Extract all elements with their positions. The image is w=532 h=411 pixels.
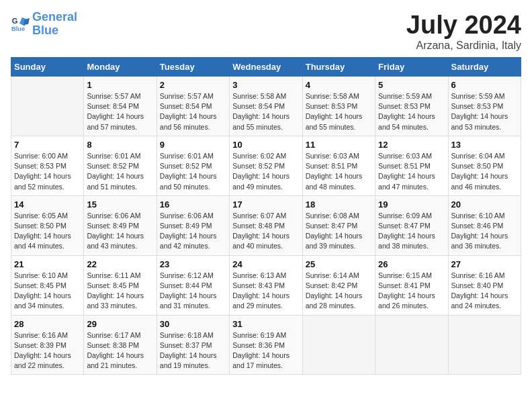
svg-text:Blue: Blue xyxy=(11,26,25,32)
day-info: Sunrise: 6:06 AM Sunset: 8:49 PM Dayligh… xyxy=(160,211,226,252)
day-number: 30 xyxy=(160,319,226,329)
calendar-cell xyxy=(375,315,448,375)
weekday-tuesday: Tuesday xyxy=(157,58,229,77)
calendar-cell: 21Sunrise: 6:10 AM Sunset: 8:45 PM Dayli… xyxy=(11,255,84,315)
weekday-wednesday: Wednesday xyxy=(230,58,302,77)
day-info: Sunrise: 5:57 AM Sunset: 8:54 PM Dayligh… xyxy=(87,91,153,132)
weekday-monday: Monday xyxy=(84,58,157,77)
day-number: 26 xyxy=(378,259,445,269)
day-number: 17 xyxy=(232,199,299,210)
calendar-cell: 10Sunrise: 6:02 AM Sunset: 8:52 PM Dayli… xyxy=(230,136,302,195)
week-row-1: 1Sunrise: 5:57 AM Sunset: 8:54 PM Daylig… xyxy=(11,77,521,136)
day-info: Sunrise: 6:08 AM Sunset: 8:47 PM Dayligh… xyxy=(306,211,372,252)
day-info: Sunrise: 5:59 AM Sunset: 8:53 PM Dayligh… xyxy=(451,91,518,132)
day-info: Sunrise: 6:18 AM Sunset: 8:37 PM Dayligh… xyxy=(160,330,226,371)
calendar-cell: 5Sunrise: 5:59 AM Sunset: 8:53 PM Daylig… xyxy=(375,77,448,136)
weekday-friday: Friday xyxy=(375,58,448,77)
day-number: 4 xyxy=(306,80,372,90)
calendar-cell: 31Sunrise: 6:19 AM Sunset: 8:36 PM Dayli… xyxy=(230,315,302,375)
calendar-cell: 26Sunrise: 6:15 AM Sunset: 8:41 PM Dayli… xyxy=(375,255,448,315)
day-number: 27 xyxy=(451,259,518,269)
calendar-cell: 25Sunrise: 6:14 AM Sunset: 8:42 PM Dayli… xyxy=(302,255,375,315)
day-number: 16 xyxy=(160,199,226,210)
calendar-cell: 20Sunrise: 6:10 AM Sunset: 8:46 PM Dayli… xyxy=(448,195,521,255)
day-info: Sunrise: 6:02 AM Sunset: 8:52 PM Dayligh… xyxy=(232,151,299,192)
calendar-cell: 1Sunrise: 5:57 AM Sunset: 8:54 PM Daylig… xyxy=(84,77,157,136)
day-number: 8 xyxy=(87,140,153,150)
day-number: 6 xyxy=(451,80,518,90)
day-number: 1 xyxy=(87,80,153,90)
week-row-4: 21Sunrise: 6:10 AM Sunset: 8:45 PM Dayli… xyxy=(11,255,521,315)
calendar-body: 1Sunrise: 5:57 AM Sunset: 8:54 PM Daylig… xyxy=(11,77,521,375)
day-info: Sunrise: 6:14 AM Sunset: 8:42 PM Dayligh… xyxy=(306,271,372,312)
day-number: 25 xyxy=(306,259,372,269)
day-info: Sunrise: 6:05 AM Sunset: 8:50 PM Dayligh… xyxy=(14,211,81,252)
header: G Blue General Blue July 2024 Arzana, Sa… xyxy=(11,11,521,52)
day-number: 18 xyxy=(306,199,372,210)
day-info: Sunrise: 6:16 AM Sunset: 8:39 PM Dayligh… xyxy=(14,330,81,371)
day-number: 11 xyxy=(306,140,372,150)
calendar-cell: 2Sunrise: 5:57 AM Sunset: 8:54 PM Daylig… xyxy=(157,77,229,136)
calendar-cell: 11Sunrise: 6:03 AM Sunset: 8:51 PM Dayli… xyxy=(302,136,375,195)
day-info: Sunrise: 6:13 AM Sunset: 8:43 PM Dayligh… xyxy=(232,271,299,312)
day-info: Sunrise: 6:19 AM Sunset: 8:36 PM Dayligh… xyxy=(232,330,299,371)
day-info: Sunrise: 6:16 AM Sunset: 8:40 PM Dayligh… xyxy=(451,271,518,312)
calendar-cell: 4Sunrise: 5:58 AM Sunset: 8:53 PM Daylig… xyxy=(302,77,375,136)
calendar-cell: 15Sunrise: 6:06 AM Sunset: 8:49 PM Dayli… xyxy=(84,195,157,255)
weekday-header-row: SundayMondayTuesdayWednesdayThursdayFrid… xyxy=(11,58,521,77)
day-number: 15 xyxy=(87,199,153,210)
day-info: Sunrise: 6:10 AM Sunset: 8:45 PM Dayligh… xyxy=(14,271,81,312)
calendar-cell: 23Sunrise: 6:12 AM Sunset: 8:44 PM Dayli… xyxy=(157,255,229,315)
calendar-cell: 9Sunrise: 6:01 AM Sunset: 8:52 PM Daylig… xyxy=(157,136,229,195)
calendar-table: SundayMondayTuesdayWednesdayThursdayFrid… xyxy=(11,57,521,375)
weekday-sunday: Sunday xyxy=(11,58,84,77)
day-number: 23 xyxy=(160,259,226,269)
calendar-cell: 19Sunrise: 6:09 AM Sunset: 8:47 PM Dayli… xyxy=(375,195,448,255)
day-info: Sunrise: 6:03 AM Sunset: 8:51 PM Dayligh… xyxy=(378,151,445,192)
logo-icon: G Blue xyxy=(11,15,30,34)
calendar-cell: 13Sunrise: 6:04 AM Sunset: 8:50 PM Dayli… xyxy=(448,136,521,195)
calendar-cell: 3Sunrise: 5:58 AM Sunset: 8:54 PM Daylig… xyxy=(230,77,302,136)
calendar-cell: 30Sunrise: 6:18 AM Sunset: 8:37 PM Dayli… xyxy=(157,315,229,375)
day-number: 14 xyxy=(14,199,81,210)
day-info: Sunrise: 6:04 AM Sunset: 8:50 PM Dayligh… xyxy=(451,151,518,192)
day-info: Sunrise: 6:01 AM Sunset: 8:52 PM Dayligh… xyxy=(160,151,226,192)
calendar-cell xyxy=(448,315,521,375)
calendar-cell xyxy=(302,315,375,375)
calendar-cell: 24Sunrise: 6:13 AM Sunset: 8:43 PM Dayli… xyxy=(230,255,302,315)
weekday-saturday: Saturday xyxy=(448,58,521,77)
day-number: 31 xyxy=(232,319,299,329)
day-info: Sunrise: 5:58 AM Sunset: 8:54 PM Dayligh… xyxy=(232,91,299,132)
day-info: Sunrise: 5:59 AM Sunset: 8:53 PM Dayligh… xyxy=(378,91,445,132)
calendar-cell: 6Sunrise: 5:59 AM Sunset: 8:53 PM Daylig… xyxy=(448,77,521,136)
day-info: Sunrise: 6:12 AM Sunset: 8:44 PM Dayligh… xyxy=(160,271,226,312)
calendar-cell: 22Sunrise: 6:11 AM Sunset: 8:45 PM Dayli… xyxy=(84,255,157,315)
day-number: 24 xyxy=(232,259,299,269)
day-number: 10 xyxy=(232,140,299,150)
calendar-cell: 7Sunrise: 6:00 AM Sunset: 8:53 PM Daylig… xyxy=(11,136,84,195)
calendar-cell: 18Sunrise: 6:08 AM Sunset: 8:47 PM Dayli… xyxy=(302,195,375,255)
day-info: Sunrise: 6:06 AM Sunset: 8:49 PM Dayligh… xyxy=(87,211,153,252)
day-info: Sunrise: 6:15 AM Sunset: 8:41 PM Dayligh… xyxy=(378,271,445,312)
calendar-cell xyxy=(11,77,84,136)
day-number: 3 xyxy=(232,80,299,90)
day-info: Sunrise: 5:58 AM Sunset: 8:53 PM Dayligh… xyxy=(306,91,372,132)
calendar-cell: 14Sunrise: 6:05 AM Sunset: 8:50 PM Dayli… xyxy=(11,195,84,255)
calendar-cell: 12Sunrise: 6:03 AM Sunset: 8:51 PM Dayli… xyxy=(375,136,448,195)
logo-line2: Blue xyxy=(32,24,58,37)
calendar-cell: 17Sunrise: 6:07 AM Sunset: 8:48 PM Dayli… xyxy=(230,195,302,255)
calendar-cell: 28Sunrise: 6:16 AM Sunset: 8:39 PM Dayli… xyxy=(11,315,84,375)
day-number: 5 xyxy=(378,80,445,90)
day-info: Sunrise: 6:17 AM Sunset: 8:38 PM Dayligh… xyxy=(87,330,153,371)
calendar-cell: 29Sunrise: 6:17 AM Sunset: 8:38 PM Dayli… xyxy=(84,315,157,375)
week-row-5: 28Sunrise: 6:16 AM Sunset: 8:39 PM Dayli… xyxy=(11,315,521,375)
day-info: Sunrise: 6:00 AM Sunset: 8:53 PM Dayligh… xyxy=(14,151,81,192)
logo: G Blue General Blue xyxy=(11,11,77,38)
day-number: 13 xyxy=(451,140,518,150)
day-number: 22 xyxy=(87,259,153,269)
day-number: 19 xyxy=(378,199,445,210)
day-info: Sunrise: 6:11 AM Sunset: 8:45 PM Dayligh… xyxy=(87,271,153,312)
day-number: 12 xyxy=(378,140,445,150)
day-info: Sunrise: 6:10 AM Sunset: 8:46 PM Dayligh… xyxy=(451,211,518,252)
subtitle: Arzana, Sardinia, Italy xyxy=(406,40,521,52)
